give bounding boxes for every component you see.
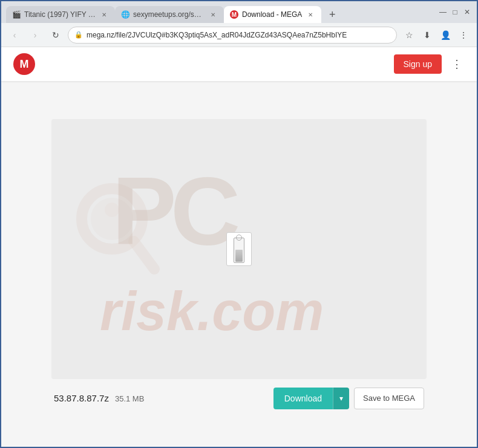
tab-2-title: sexymeetups.org/ss.php [133, 10, 205, 19]
mega-logo[interactable]: M [13, 53, 35, 75]
loading-fill [235, 250, 243, 262]
tab-1-close[interactable]: ✕ [99, 10, 109, 19]
download-button-group: Download ▾ [273, 388, 349, 409]
tab-2[interactable]: 🌐 sexymeetups.org/ss.php ✕ [115, 6, 224, 23]
tab-2-close[interactable]: ✕ [208, 10, 218, 19]
file-name-section: 53.87.8.87.7z 35.1 MB [54, 393, 144, 403]
nav-bar: ‹ › ↻ 🔒 mega.nz/file/2JVCUlzQ#b3KQ3ptiq5… [1, 23, 477, 47]
loading-bar [234, 238, 244, 263]
window-controls: — □ ✕ [438, 7, 472, 17]
reload-button[interactable]: ↻ [47, 27, 64, 44]
svg-point-3 [105, 203, 119, 217]
signup-button[interactable]: Sign up [394, 54, 442, 74]
new-tab-button[interactable]: + [324, 6, 341, 23]
download-button[interactable]: Download [273, 388, 333, 409]
save-to-mega-button[interactable]: Save to MEGA [354, 388, 424, 409]
tab-3-title: Download - MEGA [242, 10, 302, 19]
file-info-bar: 53.87.8.87.7z 35.1 MB Download ▾ Save to… [51, 388, 427, 409]
tab-1[interactable]: 🎬 Titanic (1997) YIFY - Download ✕ [6, 6, 115, 23]
svg-point-1 [91, 198, 133, 240]
profile-icon[interactable]: 👤 [437, 27, 454, 44]
mega-menu-button[interactable]: ⋮ [449, 55, 465, 73]
watermark-risk-text: risk.com [100, 281, 324, 343]
header-right: Sign up ⋮ [394, 54, 465, 74]
page-content: M Sign up ⋮ [1, 47, 477, 447]
address-bar[interactable]: 🔒 mega.nz/file/2JVCUlzQ#b3KQ3ptiq5AsX_ad… [68, 27, 397, 44]
file-actions: Download ▾ Save to MEGA [273, 388, 424, 409]
tab-bar: 🎬 Titanic (1997) YIFY - Download ✕ 🌐 sex… [6, 1, 431, 23]
close-button[interactable]: ✕ [462, 7, 472, 17]
minimize-button[interactable]: — [438, 7, 448, 17]
file-preview-box: PC risk.com [51, 119, 427, 379]
tab-1-favicon: 🎬 [12, 10, 21, 19]
file-size: 35.1 MB [115, 394, 144, 403]
bookmark-icon[interactable]: ☆ [401, 27, 417, 44]
address-text: mega.nz/file/2JVCUlzQ#b3KQ3ptiq5AsX_adR0… [87, 31, 390, 39]
forward-button[interactable]: › [27, 27, 44, 44]
tab-2-favicon: 🌐 [121, 10, 129, 19]
magnifier-watermark [76, 180, 160, 279]
title-bar: 🎬 Titanic (1997) YIFY - Download ✕ 🌐 sex… [1, 1, 477, 23]
menu-icon[interactable]: ⋮ [455, 27, 472, 44]
svg-line-2 [134, 241, 154, 269]
file-name: 53.87.8.87.7z [54, 393, 109, 403]
loading-icon [226, 232, 252, 266]
back-button[interactable]: ‹ [6, 27, 23, 44]
tab-3[interactable]: M Download - MEGA ✕ [224, 6, 321, 23]
lock-icon: 🔒 [74, 31, 83, 39]
watermark-pc-text: PC [112, 155, 234, 267]
nav-actions: ☆ ⬇ 👤 ⋮ [401, 27, 472, 44]
download-dropdown-button[interactable]: ▾ [333, 388, 349, 409]
maximize-button[interactable]: □ [450, 7, 460, 17]
tab-3-favicon: M [230, 10, 238, 19]
download-nav-icon[interactable]: ⬇ [419, 27, 436, 44]
svg-point-0 [82, 189, 142, 249]
mega-header: M Sign up ⋮ [1, 47, 477, 81]
browser-window: 🎬 Titanic (1997) YIFY - Download ✕ 🌐 sex… [0, 0, 478, 448]
main-content: PC risk.com 53.87.8.87.7z 35.1 MB [1, 81, 477, 447]
loading-top [236, 235, 242, 241]
tab-1-title: Titanic (1997) YIFY - Download [24, 10, 96, 19]
tab-3-close[interactable]: ✕ [306, 10, 315, 19]
